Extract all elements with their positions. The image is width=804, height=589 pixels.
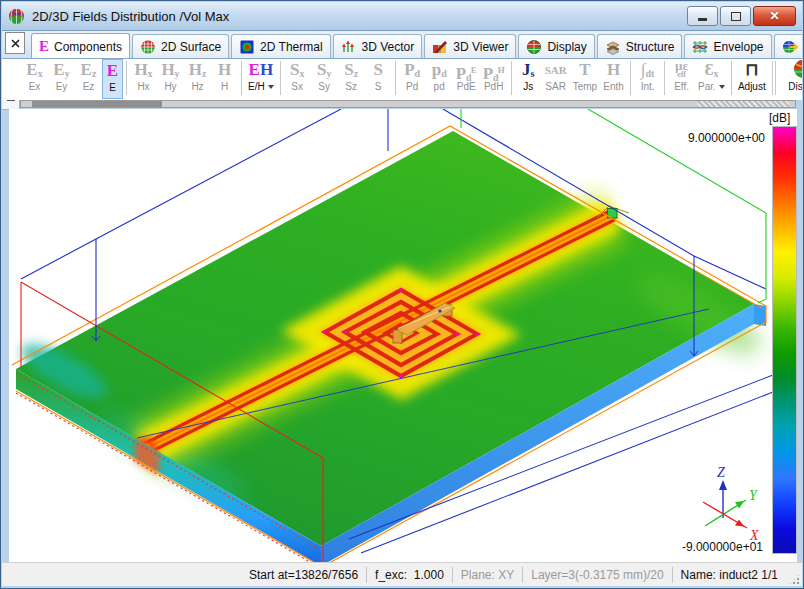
z-axis-label: Z [717,465,725,480]
colorbar-min-label: -9.000000e+01 [682,540,763,554]
restore-button[interactable] [720,6,751,26]
ribbon-button-eff[interactable]: µεeff Eff. [668,59,695,99]
scrollbar-hatch [697,101,789,107]
colorbar-unit-label: [dB] [769,111,790,125]
ribbon-button-pd-lower[interactable]: pd pd [426,59,453,99]
tab-3d-viewer[interactable]: 3D Viewer [424,34,516,58]
close-icon: ✕ [769,10,779,22]
ribbon-close-button[interactable] [5,32,25,54]
status-model-name: Name: induct2 1/1 [672,567,786,583]
tab-label: Envelope [713,40,763,54]
tab-label: Structure [626,40,675,54]
group-power: Pd Pd pd pd PdE PdE PdH PdH [399,59,508,99]
status-f-exc: f_exc: 1.000 [366,567,452,583]
ribbon-button-ex[interactable]: Ex Ex [21,59,48,99]
restore-icon [731,12,741,21]
ribbon-button-s[interactable]: S S [365,59,392,99]
scrollbar-thumb[interactable] [32,101,162,107]
ribbon-button-temp[interactable]: T Temp [570,59,600,99]
ribbon-button-hz[interactable]: Hz Hz [184,59,211,99]
ribbon-button-ey[interactable]: Ey Ey [48,59,75,99]
tab-label: 3D Viewer [453,40,508,54]
ribbon-toolbar: Ex Ex Ey Ey Ez Ez E E Hx Hx Hy [2,59,802,100]
field-3d-view[interactable]: Z Y X [9,109,797,562]
group-eh: EH E/H [245,59,277,99]
tab-label: 2D Thermal [260,40,322,54]
status-bar: Start at=13826/7656 f_exc: 1.000 Plane: … [2,562,802,586]
group-separator [395,61,396,95]
tab-structure[interactable]: Structure [597,34,683,58]
minimize-icon [698,18,707,21]
ribbon-button-js[interactable]: Js Js [515,59,542,99]
viewer-brush-icon [432,39,448,55]
vector-arrows-icon [341,39,357,55]
ribbon-button-sy[interactable]: Sy Sy [311,59,338,99]
ribbon-button-eh[interactable]: EH E/H [245,59,277,99]
ribbon-button-display[interactable]: Display [779,59,802,99]
export-icon [782,39,798,55]
group-e-components: Ex Ex Ey Ey Ez Ez E E [21,59,123,99]
tab-label: Display [547,40,586,54]
ribbon-button-sz[interactable]: Sz Sz [338,59,365,99]
group-derived: Js Js SAR SAR T Temp H Enth [515,59,627,99]
tab-2d-surface[interactable]: 2D Surface [132,34,229,58]
ribbon-button-adjust[interactable]: ⊓ Adjust [735,59,769,99]
group-separator [772,61,773,95]
axis-triad: Z Y X [703,465,759,543]
ribbon-button-enth[interactable]: H Enth [600,59,627,99]
tab-display[interactable]: Display [518,34,594,58]
tab-label: 3D Vector [362,40,415,54]
ribbon-button-hy[interactable]: Hy Hy [157,59,184,99]
tab-components[interactable]: E Components [31,33,130,59]
group-view: Display Structu [779,59,802,99]
dropdown-arrow-icon [268,85,274,89]
ribbon-button-pde[interactable]: PdE PdE [453,59,480,99]
group-poynting: Sx Sx Sy Sy Sz Sz S S [284,59,392,99]
ribbon-button-par[interactable]: Ɛx Par. [695,59,728,99]
close-icon [11,39,20,48]
display-sphere-icon [792,59,802,81]
ribbon-button-sx[interactable]: Sx Sx [284,59,311,99]
app-window: 2D/3D Fields Distribution /Vol Max ✕ E C… [0,0,804,589]
ribbon-button-ez[interactable]: Ez Ez [75,59,102,99]
tab-envelope[interactable]: Envelope [684,34,771,58]
envelope-mesh-icon [692,39,708,55]
close-button[interactable]: ✕ [753,6,796,26]
group-integrate: ∫dt Int. [634,59,661,99]
colorbar [772,126,797,554]
tab-3d-vector[interactable]: 3D Vector [333,34,423,58]
ribbon-button-int[interactable]: ∫dt Int. [634,59,661,99]
group-separator [241,61,242,95]
group-separator [126,61,127,95]
group-separator [664,61,665,95]
window-title: 2D/3D Fields Distribution /Vol Max [32,9,229,24]
group-separator [280,61,281,95]
tab-2d-thermal[interactable]: 2D Thermal [231,34,330,58]
ribbon-scrollbar[interactable] [20,100,796,108]
group-material: µεeff Eff. Ɛx Par. [668,59,728,99]
ribbon-button-pd[interactable]: Pd Pd [399,59,426,99]
components-tab-icon: E [39,38,49,55]
app-icon [8,8,25,25]
tab-label: 2D Surface [161,40,221,54]
minimize-button[interactable] [687,6,718,26]
ribbon-tab-bar: E Components 2D Surface 2D Thermal [2,31,802,59]
title-bar[interactable]: 2D/3D Fields Distribution /Vol Max ✕ [2,2,802,31]
ribbon-button-h[interactable]: H H [211,59,238,99]
viewport-3d[interactable]: Z Y X [dB] 9.000000e+00 -9.000000e+01 [9,109,797,562]
ribbon-button-hx[interactable]: Hx Hx [130,59,157,99]
ribbon-button-e[interactable]: E E [102,59,123,99]
structure-layers-icon [605,39,621,55]
group-adjust: ⊓ Adjust [735,59,769,99]
group-separator [511,61,512,95]
display-sphere-icon [526,39,542,55]
ribbon-button-pdh[interactable]: PdH PdH [480,59,508,99]
tab-export[interactable]: Export [774,34,803,58]
tab-label: Components [54,40,122,54]
y-axis-label: Y [749,488,759,503]
status-plane: Plane: XY [452,567,522,583]
thermal-map-icon [239,39,255,55]
ribbon-button-sar[interactable]: SAR SAR [542,59,570,99]
colorbar-max-label: 9.000000e+00 [688,131,765,145]
group-separator [630,61,631,95]
